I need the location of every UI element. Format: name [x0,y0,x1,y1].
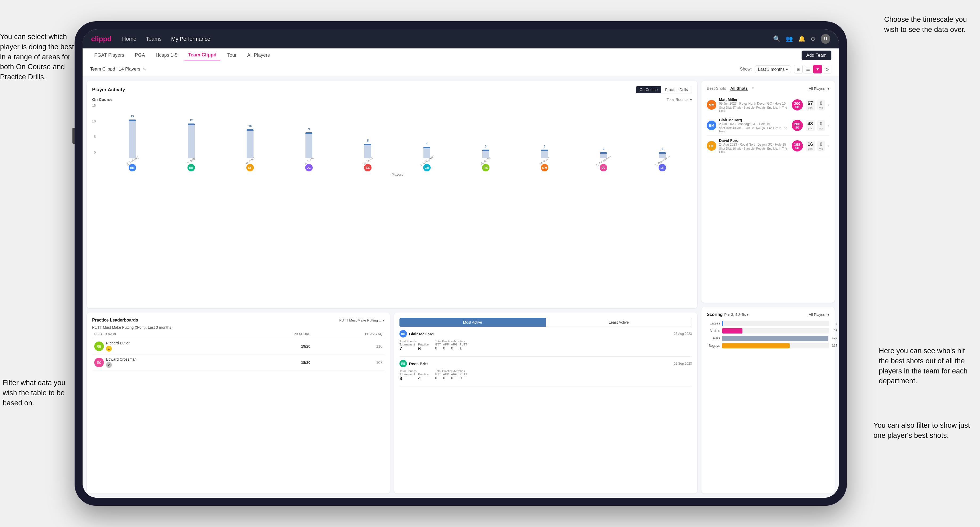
tab-team-clippd[interactable]: Team Clippd [184,50,221,60]
avatar-row: BM RB DF JC EE [92,164,692,171]
least-active-tab[interactable]: Least Active [546,318,692,327]
most-active-tab[interactable]: Most Active [399,318,546,327]
practice-filter[interactable]: PUTT Must Make Putting ... ▾ [339,318,385,322]
shots-tabs: Best Shots All Shots ▾ [707,86,754,91]
bar-accent-10 [659,152,666,154]
scoring-players-filter[interactable]: All Players ▾ [809,313,829,317]
player-avg-2: 107 [310,360,383,365]
player-row-2[interactable]: EC Edward Crossman 2 18/20 107 [92,354,385,371]
active-tabs: Most Active Least Active [399,318,692,327]
bar-group-7: 3 R. Butler [456,149,515,162]
bar-value-9: 2 [603,148,604,151]
tablet-frame: clippd Home Teams My Performance 🔍 👥 🔔 ⊕… [75,21,847,506]
app-stat-2: APP 0 [443,373,449,380]
chevron-down-icon: ▾ [786,67,788,71]
search-icon[interactable]: 🔍 [773,35,780,42]
annotation-filter-player: You can also filter to show just one pla… [873,421,975,441]
bar-accent-3 [247,129,253,131]
score-bar-bogeys: 315 [722,343,829,348]
chevron-down-icon-practice: ▾ [383,318,385,322]
users-icon[interactable]: 👥 [786,35,793,42]
player-avatar-3: DF [247,164,254,171]
team-title-text: Team Clippd | 14 Players [90,67,140,72]
bar-wrapper-5: 5 [364,144,371,158]
shot-arrow-2[interactable]: › [828,123,829,128]
score-value-birdies: 96 [834,329,837,333]
bar-6: 4 [423,147,430,158]
bar-value-10: 2 [662,148,663,151]
bar-group-2: 12 R. Britt [162,124,221,162]
active-date-2: 02 Sep 2023 [674,362,692,365]
nav-link-teams[interactable]: Teams [146,36,162,42]
tab-all-players[interactable]: All Players [243,50,274,60]
player-info-2: EC Edward Crossman 2 [94,357,238,368]
shot-arrow-3[interactable]: › [828,143,829,149]
view-grid-button[interactable]: ⊞ [794,65,803,73]
avatar-mcharg: BM [399,330,407,338]
shot-player-info-2: Blair McHarg 23 Jul 2023 · Ashridge GC ·… [719,118,789,133]
players-filter[interactable]: All Players ▾ [809,86,829,91]
bar-value-7: 3 [485,145,487,148]
player-avatar-butler: RB [94,341,104,351]
total-rounds-label: Total Rounds [667,97,688,102]
show-select[interactable]: Last 3 months ▾ [755,65,791,73]
view-settings-button[interactable]: ⚙ [823,65,831,73]
bar-accent-1 [129,119,136,121]
stat-group-rounds: Total Rounds Tournament 7 Practice [399,340,429,352]
view-heart-button[interactable]: ♥ [813,65,822,73]
avatar[interactable]: U [821,34,830,44]
bar-wrapper-2: 12 [188,124,195,158]
shot-avatar-3: DF [707,141,716,151]
bar-group-4: 9 J. Coles [280,132,339,162]
x-axis-label: Players [92,173,692,176]
shot-item-3[interactable]: DF David Ford 24 Aug 2023 · Royal North … [707,136,829,156]
player-avatar-1: BM [129,164,136,171]
tab-pga[interactable]: PGA [130,50,149,60]
practice-header: Practice Leaderboards PUTT Must Make Put… [92,318,385,322]
bar-group-5: 5 E. Ebert [339,144,397,162]
chart-filter[interactable]: Total Rounds ▾ [667,97,692,102]
add-team-button[interactable]: Add Team [802,51,831,60]
y-axis: 15 10 5 0 [92,104,97,154]
practice-drills-toggle[interactable]: Practice Drills [661,86,692,93]
bar-accent-9 [600,152,607,154]
active-player-header-2: RB Rees Britt 02 Sep 2023 [399,360,692,367]
shot-arrow-1[interactable]: › [828,102,829,108]
score-row-pars: Pars 499 [707,336,829,341]
player-row-1[interactable]: RB Richard Butler 1 19/20 110 [92,338,385,354]
scoring-par-filter[interactable]: Par 3, 4 & 5s ▾ [724,313,749,317]
shot-zero-2: 0 yls [817,120,825,131]
left-panel: Player Activity On Course Practice Drill… [87,81,697,494]
score-bar-birdies: 96 [722,328,829,333]
score-bar-pars: 499 [722,336,829,341]
edit-icon[interactable]: ✎ [142,67,146,72]
tab-pgat[interactable]: PGAT Players [90,50,128,60]
th-name: PLAYER NAME [94,332,238,336]
annotation-best-shots: Here you can see who's hit the best shot… [879,346,975,386]
tab-hcaps[interactable]: Hcaps 1-5 [151,50,181,60]
bar-group-6: 4 G. Billingham [397,147,456,162]
bar-value-3: 10 [248,125,252,128]
on-course-toggle[interactable]: On Course [636,86,662,93]
scoring-title: Scoring [707,312,723,317]
bar-group-8: 3 M. Miller [515,149,574,162]
tablet-screen: clippd Home Teams My Performance 🔍 👥 🔔 ⊕… [83,29,839,498]
bar-value-1: 13 [130,115,134,118]
bell-icon[interactable]: 🔔 [798,35,805,42]
shot-item-2[interactable]: BM Blair McHarg 23 Jul 2023 · Ashridge G… [707,115,829,136]
shot-zero-3: 0 yls [817,141,825,151]
bar-chart: 15 10 5 0 13 [92,104,692,162]
tab-tour[interactable]: Tour [223,50,241,60]
player-activity-card: Player Activity On Course Practice Drill… [87,81,697,308]
all-shots-tab[interactable]: All Shots [730,86,748,91]
view-list-button[interactable]: ☰ [804,65,812,73]
shot-dist-2: 43 yds [806,120,815,131]
bar-wrapper-6: 4 [423,147,431,158]
plus-circle-icon[interactable]: ⊕ [811,35,815,42]
y-label-15: 15 [92,104,95,108]
shot-item-1[interactable]: MM Matt Miller 09 Jun 2023 · Royal North… [707,95,829,115]
tournament-stat-2: Tournament 8 [399,373,415,381]
practice-stat-2: Practice 4 [418,373,429,381]
nav-link-home[interactable]: Home [122,36,136,42]
nav-link-performance[interactable]: My Performance [171,36,210,42]
